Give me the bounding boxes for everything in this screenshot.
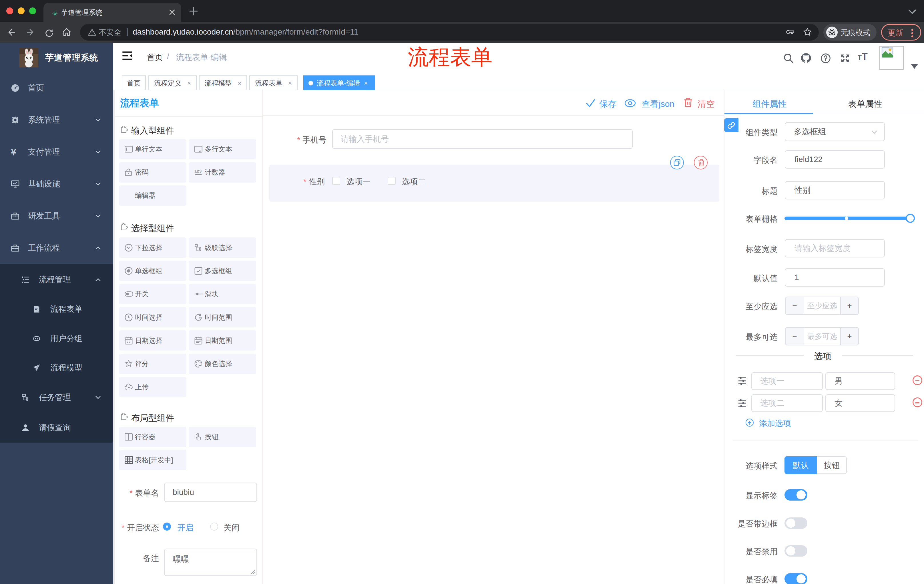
svg-text:123: 123 (195, 169, 201, 173)
